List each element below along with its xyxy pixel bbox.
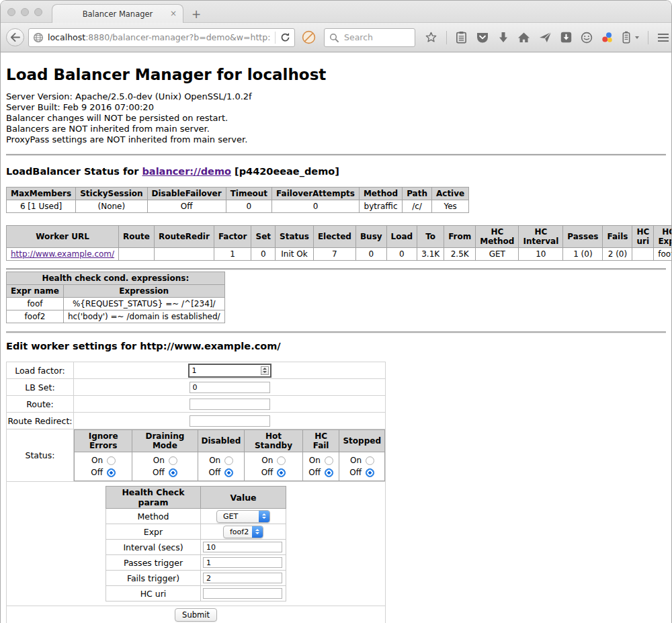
column-header: Fails xyxy=(603,226,632,248)
hamburger-icon xyxy=(657,33,669,42)
table-row: Interval (secs) xyxy=(106,540,286,555)
column-header: From xyxy=(444,226,476,248)
extension-palette-button[interactable] xyxy=(601,32,614,44)
save-page-button[interactable] xyxy=(560,32,572,43)
cell-passes: 1 (0) xyxy=(563,248,603,261)
column-header: Set xyxy=(251,226,276,248)
home-button[interactable] xyxy=(517,32,530,43)
form-row-route-redirect: Route Redirect: xyxy=(7,413,386,429)
hc-fails-input[interactable] xyxy=(203,573,282,583)
radio-disabled-on[interactable] xyxy=(224,456,233,465)
tab-close-icon[interactable]: × xyxy=(170,9,177,18)
radio-stopped-on[interactable] xyxy=(366,456,374,465)
globe-icon xyxy=(33,32,44,43)
table-row: 6 [1 Used] (None) Off 0 0 bytraffic /c/ … xyxy=(7,200,469,213)
radio-draining-mode-off[interactable] xyxy=(169,468,177,477)
balancer-demo-link[interactable]: balancer://demo xyxy=(142,166,231,177)
urlbar-divider xyxy=(275,32,276,44)
back-button[interactable] xyxy=(6,28,24,46)
reading-list-button[interactable] xyxy=(456,31,467,44)
hc-passes-input[interactable] xyxy=(203,557,282,568)
cell-stickysession: (None) xyxy=(76,200,147,213)
column-header: Value xyxy=(201,487,286,509)
paper-plane-icon xyxy=(539,32,552,43)
select-chevrons-icon xyxy=(259,511,269,522)
form-row-lb-set: LB Set: xyxy=(7,379,386,396)
hc-method-select[interactable]: GET xyxy=(216,510,270,523)
column-header: Expr name xyxy=(7,285,64,298)
back-arrow-icon xyxy=(10,33,20,42)
hc-expr-select[interactable]: foof2 xyxy=(223,526,263,538)
radio-hot-standby-on[interactable] xyxy=(277,456,286,465)
url-bar[interactable]: localhost:8880/balancer-manager?b=demo&w… xyxy=(28,28,295,47)
overflow-caret-icon[interactable] xyxy=(635,36,639,39)
form-row-hc-params: Health Check param Value Method GET Expr xyxy=(7,482,386,606)
status-table: Ignore Errors Draining Mode Disabled Hot… xyxy=(74,429,385,481)
search-bar[interactable] xyxy=(324,28,415,47)
off-label: Off xyxy=(153,468,165,477)
window-minimize-button[interactable] xyxy=(21,8,29,16)
cell-hc-interval: 10 xyxy=(519,248,563,261)
column-header: MaxMembers xyxy=(7,188,76,200)
off-label: Off xyxy=(308,468,321,477)
feedback-smiley-button[interactable] xyxy=(581,32,593,44)
colored-dots-icon xyxy=(601,32,614,44)
route-input[interactable] xyxy=(190,399,270,410)
status-heading-suffix: [p4420eeae_demo] xyxy=(231,166,339,177)
menu-button[interactable] xyxy=(657,33,669,42)
downloads-button[interactable] xyxy=(498,32,509,44)
column-header: StickySession xyxy=(76,188,147,200)
route-redirect-input[interactable] xyxy=(190,415,270,427)
new-tab-button[interactable]: + xyxy=(192,7,201,21)
column-header: FailoverAttempts xyxy=(272,188,360,200)
on-label: On xyxy=(349,456,362,465)
reload-icon[interactable] xyxy=(280,32,290,42)
worker-url-link[interactable]: http://www.example.com/ xyxy=(11,249,114,259)
radio-hot-standby-off[interactable] xyxy=(277,468,286,477)
send-tab-button[interactable] xyxy=(539,32,552,43)
radio-hc-fail-on[interactable] xyxy=(325,456,333,465)
submit-button[interactable]: Submit xyxy=(175,608,217,622)
off-label: Off xyxy=(261,468,274,477)
hc-interval-input[interactable] xyxy=(203,542,282,552)
hc-uri-input[interactable] xyxy=(203,588,282,599)
column-header: Factor xyxy=(214,226,251,248)
bookmark-star-button[interactable] xyxy=(425,31,437,44)
cell-maxmembers: 6 [1 Used] xyxy=(7,200,76,213)
pocket-button[interactable] xyxy=(476,32,489,44)
window-zoom-button[interactable] xyxy=(34,8,42,16)
battery-extension-button[interactable] xyxy=(622,31,630,44)
number-stepper-icon[interactable] xyxy=(261,366,269,375)
navigation-toolbar: localhost:8880/balancer-manager?b=demo&w… xyxy=(1,23,671,52)
search-input[interactable] xyxy=(343,32,410,43)
radio-draining-mode-on[interactable] xyxy=(169,456,177,465)
cell-hc-method: GET xyxy=(476,248,519,261)
radio-hc-fail-off[interactable] xyxy=(325,468,333,477)
select-chevrons-icon xyxy=(252,526,263,538)
cell-expr-name: foof2 xyxy=(7,310,64,323)
toolbar-icons xyxy=(425,31,672,44)
content-blocked-icon[interactable] xyxy=(302,30,316,44)
cell-routeredir xyxy=(154,248,214,261)
edit-worker-heading: Edit worker settings for http://www.exam… xyxy=(6,341,666,351)
radio-disabled-off[interactable] xyxy=(224,468,233,477)
cell-expression: %{REQUEST_STATUS} =~ /^[234]/ xyxy=(63,298,224,310)
hc-expressions-table: Health check cond. expressions: Expr nam… xyxy=(6,272,225,323)
browser-tab[interactable]: Balancer Manager × xyxy=(52,4,183,23)
cell-elected: 7 xyxy=(313,248,355,261)
radio-stopped-off[interactable] xyxy=(366,468,374,477)
lb-set-input[interactable] xyxy=(190,382,270,393)
off-label: Off xyxy=(209,468,221,477)
column-header: HC Fail xyxy=(302,430,339,452)
notice-persist: Balancer changes will NOT be persisted o… xyxy=(6,113,666,124)
column-header: Expression xyxy=(63,285,224,298)
page-title: Load Balancer Manager for localhost xyxy=(6,66,666,83)
load-factor-input[interactable]: 1 xyxy=(188,364,271,378)
window-close-button[interactable] xyxy=(7,8,15,16)
home-icon xyxy=(517,32,530,43)
column-header: Disabled xyxy=(198,430,245,452)
radio-ignore-errors-on[interactable] xyxy=(107,456,116,465)
window-controls xyxy=(7,8,42,16)
radio-ignore-errors-off[interactable] xyxy=(107,468,116,477)
column-header: DisableFailover xyxy=(147,188,226,200)
